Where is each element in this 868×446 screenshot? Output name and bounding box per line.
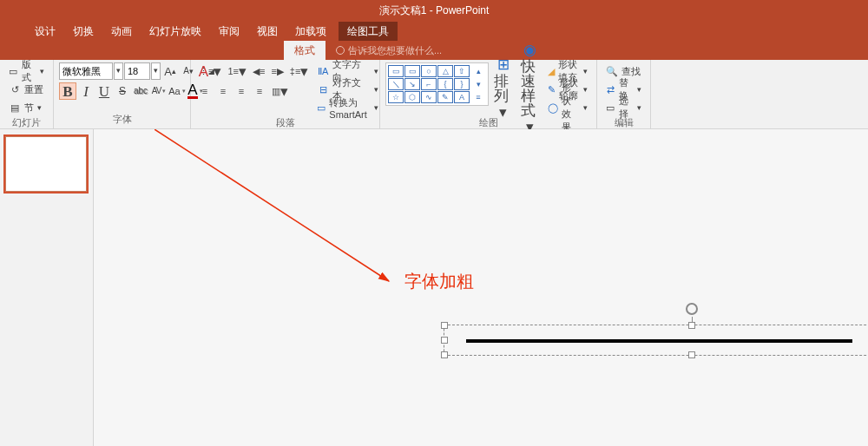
document-title: 演示文稿1 - PowerPoint: [0, 3, 868, 18]
align-center-button[interactable]: ≡: [214, 82, 232, 100]
shape-tri[interactable]: △: [437, 65, 453, 77]
ribbon-subtabs: 格式 告诉我您想要做什么...: [0, 41, 868, 60]
columns-button[interactable]: ▥▾: [269, 82, 291, 100]
handle-sw[interactable]: [441, 351, 448, 358]
shape-text[interactable]: A: [454, 91, 470, 103]
increase-indent-button[interactable]: ≡▶: [268, 62, 286, 80]
shape-brace2[interactable]: }: [454, 78, 470, 90]
workspace: 字体加粗: [0, 129, 868, 446]
titlebar: 演示文稿1 - PowerPoint: [0, 0, 868, 22]
layout-icon: ▭: [9, 65, 18, 77]
quickstyle-icon: ◉: [523, 43, 536, 57]
selected-textbox[interactable]: [444, 325, 868, 356]
shapes-expand[interactable]: ≡: [470, 91, 486, 103]
outline-icon: ✎: [548, 83, 556, 95]
line-spacing-button[interactable]: ‡≡▾: [287, 62, 312, 80]
handle-w[interactable]: [441, 337, 448, 344]
align-right-button[interactable]: ≡: [233, 82, 250, 100]
shape-brace[interactable]: {: [437, 78, 453, 90]
slide-thumbnail-1[interactable]: [5, 136, 87, 192]
ribbon-tabs: 设计 切换 动画 幻灯片放映 审阅 视图 加载项 绘图工具: [0, 22, 868, 41]
arrange-icon: ⊞: [497, 57, 510, 72]
underline-button[interactable]: U: [95, 82, 113, 100]
tab-slideshow[interactable]: 幻灯片放映: [141, 22, 210, 41]
handle-s[interactable]: [688, 351, 695, 358]
tab-animations[interactable]: 动画: [102, 22, 141, 41]
shape-line[interactable]: ＼: [388, 78, 404, 90]
strike-button[interactable]: S: [114, 82, 131, 100]
find-icon: 🔍: [606, 65, 618, 77]
decrease-indent-button[interactable]: ◀≡: [250, 62, 267, 80]
annotation-arrow: [155, 129, 415, 303]
shape-rect[interactable]: ▭: [388, 65, 404, 77]
quick-styles-button[interactable]: ◉快速样式▾: [518, 62, 542, 115]
slide-canvas[interactable]: 字体加粗: [94, 129, 868, 446]
section-button[interactable]: ▤节▾: [5, 99, 48, 116]
italic-button[interactable]: I: [77, 82, 95, 100]
font-name-select[interactable]: [59, 62, 113, 80]
section-icon: ▤: [9, 102, 21, 114]
slide-panel: [0, 129, 94, 446]
align-left-button[interactable]: ≡: [196, 82, 214, 100]
shapes-scroll[interactable]: ▾: [470, 78, 486, 90]
handle-n[interactable]: [688, 322, 695, 329]
numbering-button[interactable]: 1≡▾: [225, 62, 249, 80]
bullets-button[interactable]: ⋮≡▾: [196, 62, 224, 80]
font-name-dropdown[interactable]: ▾: [114, 62, 123, 80]
font-size-select[interactable]: [124, 62, 150, 80]
shapes-gallery[interactable]: ▭▭○△⇧▴ ＼↘⌐{}▾ ☆⬡∿✎A≡: [385, 62, 489, 106]
shape-curve[interactable]: ∿: [421, 91, 437, 103]
ribbon: ▭版式▾ ↺重置 ▤节▾ 幻灯片 ▾ ▾ A▴ A▾ A◢ B I U S: [0, 60, 868, 129]
tab-design[interactable]: 设计: [26, 22, 64, 41]
shape-star[interactable]: ☆: [388, 91, 404, 103]
convert-smartart-button[interactable]: ▭转换为 SmartArt▾: [313, 99, 381, 116]
spacing-button[interactable]: AV: [150, 82, 168, 100]
text-direction-icon: ⅡA: [317, 65, 329, 77]
bold-button[interactable]: B: [59, 82, 76, 100]
reset-button[interactable]: ↺重置: [5, 81, 48, 98]
annotation-text: 字体加粗: [404, 270, 474, 293]
shape-conn[interactable]: ⌐: [421, 78, 437, 90]
select-icon: ▭: [606, 102, 615, 114]
shadow-button[interactable]: abc: [132, 82, 149, 100]
tab-view[interactable]: 视图: [248, 22, 286, 41]
shape-oval[interactable]: ○: [421, 65, 437, 77]
replace-icon: ⇄: [606, 83, 615, 95]
layout-button[interactable]: ▭版式▾: [5, 62, 48, 80]
shapes-more[interactable]: ▴: [470, 65, 486, 77]
change-case-button[interactable]: Aa: [168, 82, 186, 100]
subtab-format[interactable]: 格式: [284, 41, 326, 61]
shape-arrow-up[interactable]: ⇧: [454, 65, 470, 77]
tell-me[interactable]: 告诉我您想要做什么...: [336, 44, 442, 57]
reset-icon: ↺: [9, 83, 21, 95]
tab-transitions[interactable]: 切换: [64, 22, 102, 41]
textbox-content-line: [466, 339, 852, 343]
tab-drawing-tools[interactable]: 绘图工具: [339, 22, 398, 41]
shape-rect2[interactable]: ▭: [404, 65, 420, 77]
effects-icon: ◯: [548, 102, 558, 114]
grow-font-button[interactable]: A▴: [161, 62, 179, 80]
shape-hex[interactable]: ⬡: [404, 91, 420, 103]
shape-free[interactable]: ✎: [437, 91, 453, 103]
svg-line-0: [155, 129, 389, 281]
font-size-dropdown[interactable]: ▾: [151, 62, 161, 80]
fill-icon: ◢: [548, 65, 555, 77]
smartart-icon: ▭: [317, 102, 326, 114]
group-label-font: 字体: [59, 113, 185, 128]
handle-nw[interactable]: [441, 322, 448, 329]
tab-addins[interactable]: 加载项: [286, 22, 335, 41]
shape-effects-button[interactable]: ◯形状效果▾: [544, 99, 591, 116]
bulb-icon: [336, 46, 345, 55]
select-button[interactable]: ▭选择▾: [602, 99, 645, 116]
align-text-icon: ⊟: [317, 83, 329, 95]
arrange-button[interactable]: ⊞排列▾: [491, 62, 516, 115]
tab-review[interactable]: 审阅: [210, 22, 248, 41]
rotate-handle[interactable]: [686, 303, 698, 315]
shape-arrow[interactable]: ↘: [404, 78, 420, 90]
justify-button[interactable]: ≡: [251, 82, 268, 100]
